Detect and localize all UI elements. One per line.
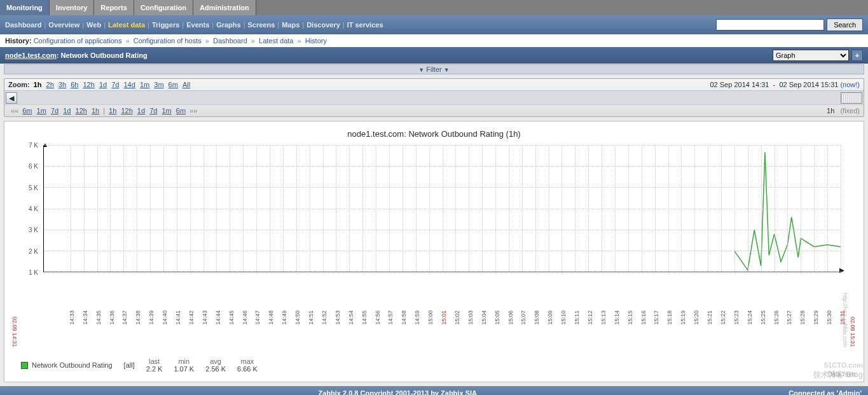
sub-tab-maps[interactable]: Maps (282, 21, 300, 29)
add-button[interactable]: + (851, 50, 863, 61)
main-tab-configuration[interactable]: Configuration (134, 0, 193, 15)
breadcrumb-link[interactable]: Configuration of hosts (134, 37, 202, 45)
nav-rewind[interactable]: «« (11, 107, 18, 114)
time-scrollbar[interactable]: ◀ (4, 90, 864, 104)
nav-step[interactable]: 1d (137, 107, 145, 114)
x-tick: 15:16 (640, 310, 647, 325)
search-button[interactable]: Search (827, 18, 863, 31)
x-tick: 15:02 (454, 310, 460, 325)
zoom-label: Zoom: (8, 81, 30, 88)
breadcrumb-link[interactable]: History (305, 37, 327, 45)
x-tick: 14:55 (361, 310, 368, 325)
x-tick: 15:21 (706, 310, 713, 325)
main-tabs: MonitoringInventoryReportsConfigurationA… (0, 0, 868, 15)
x-tick: 14:38 (135, 310, 141, 325)
copyright: Zabbix 2.0.8 Copyright 2001-2013 by Zabb… (318, 389, 476, 395)
breadcrumb-link[interactable]: Configuration of applications (34, 37, 122, 45)
y-tick: 3 K (29, 226, 38, 233)
sub-tab-events[interactable]: Events (186, 21, 209, 29)
x-tick: 15:13 (600, 310, 607, 325)
x-tick: 14:58 (401, 310, 407, 325)
zoom-option[interactable]: 6h (71, 81, 78, 88)
nav-step[interactable]: 1h (92, 107, 99, 114)
nav-step[interactable]: 6m (176, 107, 186, 114)
nav-step[interactable]: 1m (37, 107, 46, 114)
x-tick: 15:28 (799, 310, 806, 325)
x-tick: 14:35 (95, 310, 102, 325)
scroll-left-button[interactable]: ◀ (6, 92, 17, 104)
x-tick: 15:09 (547, 310, 553, 325)
scroll-handle[interactable] (841, 92, 862, 104)
fixed-label: (fixed) (840, 107, 860, 114)
search-input[interactable] (716, 19, 824, 31)
zoom-option[interactable]: 3h (59, 81, 66, 88)
sub-tab-triggers[interactable]: Triggers (152, 21, 179, 29)
zoom-option[interactable]: 1d (99, 81, 107, 88)
nav-step[interactable]: 12h (76, 107, 87, 114)
nav-forward[interactable]: »» (189, 107, 197, 114)
chevron-down-icon: ▼ (444, 67, 450, 73)
x-tick: 15:12 (587, 310, 593, 325)
zoom-option[interactable]: 6m (169, 81, 178, 88)
x-tick: 15:27 (786, 310, 792, 325)
x-tick: 14:52 (321, 310, 327, 325)
zoom-option[interactable]: 1h (34, 81, 42, 88)
x-tick: 15:29 (813, 310, 819, 325)
y-tick: 6 K (29, 163, 38, 170)
nav-step[interactable]: 12h (121, 107, 132, 114)
x-tick: 14:54 (348, 310, 354, 325)
x-tick: 15:03 (467, 310, 474, 325)
x-tick: 15:20 (693, 310, 699, 325)
main-tab-reports[interactable]: Reports (94, 0, 134, 15)
zoom-option[interactable]: 3m (154, 81, 163, 88)
main-tab-monitoring[interactable]: Monitoring (0, 0, 50, 15)
main-tab-administration[interactable]: Administration (193, 0, 256, 15)
breadcrumb-link[interactable]: Latest data (259, 37, 293, 45)
sub-tab-graphs[interactable]: Graphs (216, 21, 241, 29)
sub-tab-discovery[interactable]: Discovery (307, 21, 340, 29)
x-tick: 14:43 (202, 310, 208, 325)
x-tick: 15:30 (826, 310, 832, 325)
main-tab-inventory[interactable]: Inventory (50, 0, 95, 15)
y-tick: 2 K (29, 247, 38, 254)
x-tick: 15:24 (747, 310, 753, 325)
sub-tab-it-services[interactable]: IT services (347, 21, 383, 29)
x-tick: 14:50 (294, 310, 301, 325)
x-tick: 15:04 (481, 310, 487, 325)
nav-step[interactable]: 7d (149, 107, 157, 114)
x-tick: 14:41 (175, 310, 181, 325)
nav-step[interactable]: 7d (51, 107, 59, 114)
time-to: 02 Sep 2014 15:31 (779, 81, 838, 88)
sub-tab-web[interactable]: Web (86, 21, 101, 29)
x-tick: 14:53 (334, 310, 341, 325)
sub-tab-screens[interactable]: Screens (248, 21, 275, 29)
x-tick: 14:34 (82, 310, 88, 325)
y-tick: 7 K (29, 142, 38, 149)
user-link[interactable]: 'Admin' (837, 389, 862, 395)
x-tick: 15:15 (627, 310, 633, 325)
nav-step[interactable]: 1d (63, 107, 71, 114)
zoom-option[interactable]: 12h (83, 81, 94, 88)
sub-tab-dashboard[interactable]: Dashboard (5, 21, 41, 29)
host-link[interactable]: node1.test.com (5, 52, 57, 59)
nav-step[interactable]: 6m (22, 107, 32, 114)
zoom-option[interactable]: 2h (46, 81, 54, 88)
page-header: node1.test.com: Network Outbound Rating … (0, 47, 868, 64)
x-tick: 15:14 (614, 310, 620, 325)
x-tick: 15:25 (760, 310, 766, 325)
zoom-option[interactable]: All (183, 81, 190, 88)
zoom-option[interactable]: 7d (111, 81, 119, 88)
nav-step[interactable]: 1m (162, 107, 171, 114)
filter-toggle[interactable]: ▼ Filter ▼ (4, 64, 864, 74)
x-tick: 15:18 (666, 310, 673, 325)
page-title: Network Outbound Rating (60, 52, 147, 59)
breadcrumb-link[interactable]: Dashboard (213, 37, 247, 45)
now-link[interactable]: (now!) (840, 81, 860, 88)
zoom-option[interactable]: 14d (124, 81, 135, 88)
view-mode-select[interactable]: Graph (773, 50, 849, 61)
sub-tab-latest-data[interactable]: Latest data (108, 21, 145, 29)
nav-step[interactable]: 1h (109, 107, 116, 114)
zoom-option[interactable]: 1m (140, 81, 149, 88)
sub-tab-overview[interactable]: Overview (48, 21, 79, 29)
x-tick: 14:57 (387, 310, 394, 325)
